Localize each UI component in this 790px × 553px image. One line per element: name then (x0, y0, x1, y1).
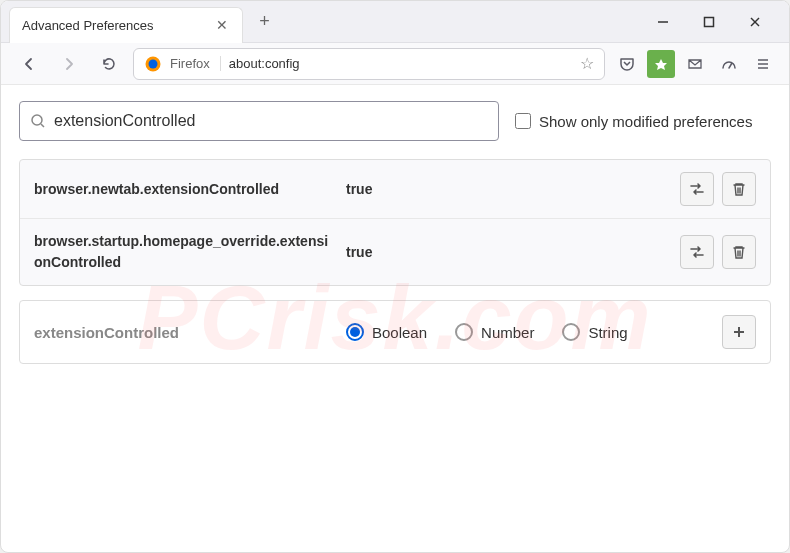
delete-button[interactable] (722, 235, 756, 269)
browser-tab[interactable]: Advanced Preferences ✕ (9, 7, 243, 43)
mail-icon[interactable] (681, 50, 709, 78)
new-tab-button[interactable]: + (251, 8, 279, 36)
toggle-button[interactable] (680, 235, 714, 269)
pref-name: browser.newtab.extensionControlled (34, 179, 334, 200)
menu-button[interactable] (749, 50, 777, 78)
bookmark-star-icon[interactable]: ☆ (580, 54, 594, 73)
url-text: about:config (229, 56, 572, 71)
new-pref-name: extensionControlled (34, 324, 334, 341)
firefox-icon (144, 55, 162, 73)
type-radio-string[interactable]: String (562, 323, 627, 341)
close-tab-icon[interactable]: ✕ (214, 17, 230, 33)
extension-badge-icon[interactable] (647, 50, 675, 78)
add-pref-button[interactable] (722, 315, 756, 349)
speed-icon[interactable] (715, 50, 743, 78)
type-radio-boolean[interactable]: Boolean (346, 323, 427, 341)
pref-search-input[interactable] (54, 112, 488, 130)
modified-only-checkbox[interactable]: Show only modified preferences (515, 113, 752, 130)
pref-search-box[interactable] (19, 101, 499, 141)
modified-only-input[interactable] (515, 113, 531, 129)
minimize-button[interactable] (649, 8, 677, 36)
forward-button[interactable] (53, 48, 85, 80)
pref-value: true (346, 181, 668, 197)
svg-point-9 (32, 115, 42, 125)
pref-row: browser.startup.homepage_override.extens… (20, 218, 770, 285)
radio-icon (346, 323, 364, 341)
delete-button[interactable] (722, 172, 756, 206)
titlebar: Advanced Preferences ✕ + (1, 1, 789, 43)
pref-value: true (346, 244, 668, 260)
radio-icon (562, 323, 580, 341)
url-bar[interactable]: Firefox about:config ☆ (133, 48, 605, 80)
reload-button[interactable] (93, 48, 125, 80)
back-button[interactable] (13, 48, 45, 80)
new-pref-row: extensionControlled Boolean Number Strin… (19, 300, 771, 364)
svg-line-10 (41, 124, 44, 127)
search-icon (30, 113, 46, 129)
type-options: Boolean Number String (346, 323, 710, 341)
navbar: Firefox about:config ☆ (1, 43, 789, 85)
content-area: Show only modified preferences browser.n… (1, 85, 789, 380)
svg-point-5 (149, 59, 158, 68)
tab-title: Advanced Preferences (22, 18, 154, 33)
radio-icon (455, 323, 473, 341)
close-window-button[interactable] (741, 8, 769, 36)
pref-list: browser.newtab.extensionControlled true … (19, 159, 771, 286)
pocket-icon[interactable] (613, 50, 641, 78)
maximize-button[interactable] (695, 8, 723, 36)
type-radio-number[interactable]: Number (455, 323, 534, 341)
url-brand-label: Firefox (170, 56, 221, 71)
pref-name: browser.startup.homepage_override.extens… (34, 231, 334, 273)
toggle-button[interactable] (680, 172, 714, 206)
pref-row: browser.newtab.extensionControlled true (20, 160, 770, 218)
modified-only-label: Show only modified preferences (539, 113, 752, 130)
svg-rect-1 (705, 17, 714, 26)
